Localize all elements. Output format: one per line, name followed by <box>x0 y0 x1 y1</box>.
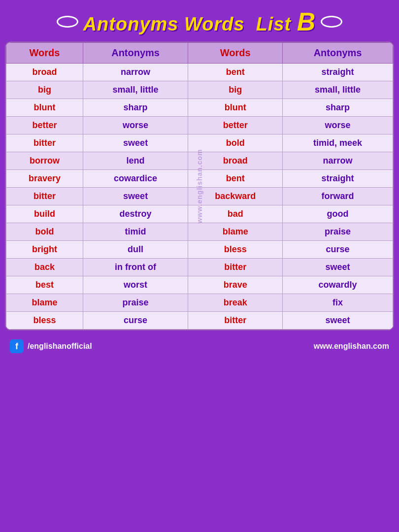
table-row: broadnarrowbentstraight <box>6 64 393 81</box>
antonym-cell: good <box>283 205 393 223</box>
antonym-cell: small, little <box>83 81 188 99</box>
antonym-cell: small, little <box>283 81 393 99</box>
table-row: backin front ofbittersweet <box>6 259 393 276</box>
word-cell: better <box>6 117 83 134</box>
word-cell: blame <box>6 294 83 312</box>
facebook-handle: /englishanofficial <box>28 342 92 351</box>
table-row: bestworstbravecowardly <box>6 276 393 294</box>
antonym-cell: destroy <box>83 205 188 223</box>
header-words-1: Words <box>6 43 83 64</box>
title-text: Antonyms Words List B <box>83 7 316 36</box>
word-cell: broad <box>188 152 283 170</box>
table-row: braverycowardicebentstraight <box>6 170 393 188</box>
antonym-cell: sweet <box>283 312 393 330</box>
antonym-cell: praise <box>283 223 393 241</box>
antonym-cell: forward <box>283 188 393 205</box>
antonym-cell: straight <box>283 170 393 188</box>
word-cell: bitter <box>188 312 283 330</box>
word-cell: bitter <box>188 259 283 276</box>
word-cell: big <box>188 81 283 99</box>
table-header-row: Words Antonyms Words Antonyms <box>6 43 393 64</box>
header-words-2: Words <box>188 43 283 64</box>
antonym-cell: worst <box>83 276 188 294</box>
table-row: betterworsebetterworse <box>6 117 393 134</box>
antonym-cell: sweet <box>83 188 188 205</box>
antonym-cell: narrow <box>283 152 393 170</box>
word-cell: brave <box>188 276 283 294</box>
antonym-cell: dull <box>83 241 188 259</box>
antonym-cell: lend <box>83 152 188 170</box>
antonym-cell: fix <box>283 294 393 312</box>
antonym-cell: cowardly <box>283 276 393 294</box>
antonyms-table: Words Antonyms Words Antonyms broadnarro… <box>6 42 393 330</box>
antonym-cell: sharp <box>83 99 188 117</box>
footer-left: f /englishanofficial <box>10 339 92 353</box>
antonym-cell: sweet <box>283 259 393 276</box>
title-bar: Antonyms Words List B <box>0 0 399 41</box>
antonym-cell: sharp <box>283 99 393 117</box>
word-cell: bold <box>188 134 283 152</box>
title-letter: B <box>297 7 316 36</box>
right-oval <box>321 16 342 28</box>
word-cell: better <box>188 117 283 134</box>
table-row: boldtimidblamepraise <box>6 223 393 241</box>
header-antonyms-2: Antonyms <box>283 43 393 64</box>
word-cell: borrow <box>6 152 83 170</box>
word-cell: big <box>6 81 83 99</box>
antonym-cell: narrow <box>83 64 188 81</box>
antonym-cell: in front of <box>83 259 188 276</box>
table-row: blesscursebittersweet <box>6 312 393 330</box>
word-cell: bitter <box>6 134 83 152</box>
word-cell: back <box>6 259 83 276</box>
header-antonyms-1: Antonyms <box>83 43 188 64</box>
table-row: bluntsharpbluntsharp <box>6 99 393 117</box>
word-cell: break <box>188 294 283 312</box>
antonym-cell: straight <box>283 64 393 81</box>
table-row: bigsmall, littlebigsmall, little <box>6 81 393 99</box>
word-cell: build <box>6 205 83 223</box>
footer-website: www.englishan.com <box>314 342 389 351</box>
left-oval <box>57 16 78 28</box>
antonym-cell: timid <box>83 223 188 241</box>
word-cell: blunt <box>6 99 83 117</box>
word-cell: bless <box>188 241 283 259</box>
facebook-icon: f <box>10 339 24 353</box>
word-cell: blunt <box>188 99 283 117</box>
word-cell: broad <box>6 64 83 81</box>
word-cell: bravery <box>6 170 83 188</box>
antonym-cell: praise <box>83 294 188 312</box>
word-cell: best <box>6 276 83 294</box>
table-row: builddestroybadgood <box>6 205 393 223</box>
word-cell: backward <box>188 188 283 205</box>
word-cell: bless <box>6 312 83 330</box>
table-row: bittersweetboldtimid, meek <box>6 134 393 152</box>
word-cell: bad <box>188 205 283 223</box>
word-cell: bitter <box>6 188 83 205</box>
word-cell: blame <box>188 223 283 241</box>
antonym-cell: worse <box>83 117 188 134</box>
word-cell: bent <box>188 170 283 188</box>
word-cell: bright <box>6 241 83 259</box>
antonym-cell: sweet <box>83 134 188 152</box>
word-cell: bent <box>188 64 283 81</box>
antonym-cell: curse <box>283 241 393 259</box>
antonym-cell: timid, meek <box>283 134 393 152</box>
table-row: blamepraisebreakfix <box>6 294 393 312</box>
antonym-cell: worse <box>283 117 393 134</box>
word-cell: bold <box>6 223 83 241</box>
table-row: borrowlendbroadnarrow <box>6 152 393 170</box>
antonym-cell: curse <box>83 312 188 330</box>
table-container: www.englishan.com Words Antonyms Words A… <box>5 41 394 331</box>
table-row: bittersweetbackwardforward <box>6 188 393 205</box>
table-row: brightdullblesscurse <box>6 241 393 259</box>
antonym-cell: cowardice <box>83 170 188 188</box>
footer: f /englishanofficial www.englishan.com <box>0 334 399 358</box>
